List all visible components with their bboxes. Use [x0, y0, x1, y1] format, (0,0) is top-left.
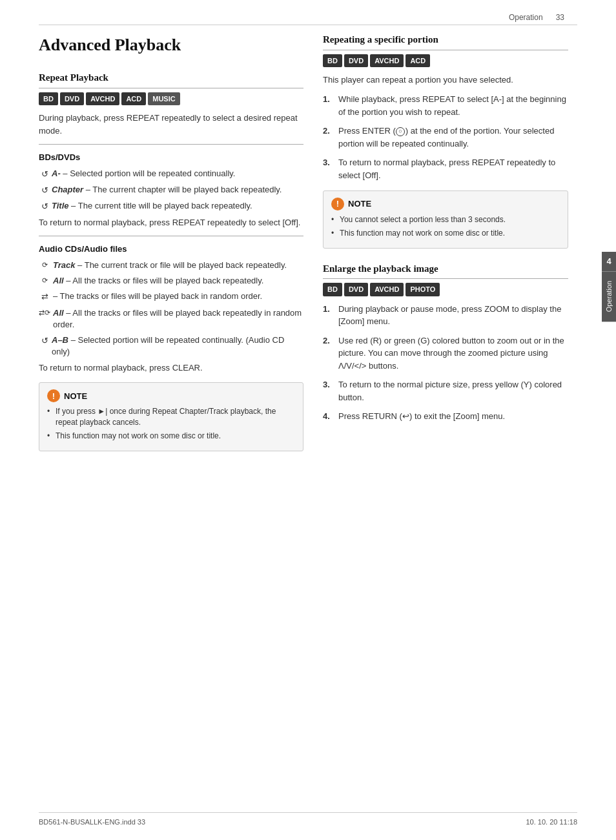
- shuffle-icon: ⇄: [39, 291, 50, 303]
- repeat-icon-title: ↺: [39, 200, 50, 212]
- main-section-title: Advanced Playback: [39, 32, 303, 57]
- side-tab-label: Operation: [602, 271, 616, 322]
- note-box-right: ! NOTE • You cannot select a portion les…: [323, 190, 568, 249]
- note-header-left: ! NOTE: [47, 389, 295, 402]
- badge-music: MUSIC: [148, 92, 180, 106]
- step-2: 2. Press ENTER (○) at the end of the por…: [323, 125, 568, 150]
- note-item-2: • This function may not work on some dis…: [47, 431, 295, 442]
- enlarge-badges: BD DVD AVCHD PHOTO: [323, 283, 568, 296]
- list-item: ↺ Title – The current title will be play…: [39, 200, 303, 212]
- shuffle-all-icon: ⇄⟳: [39, 307, 50, 318]
- repeating-specific-title: Repeating a specific portion: [323, 32, 568, 50]
- enlarge-step-4-text: Press RETURN (↩) to exit the [Zoom] menu…: [338, 410, 505, 423]
- badge-dvd-r: DVD: [344, 54, 368, 68]
- step-2-text: Press ENTER (○) at the end of the portio…: [338, 125, 568, 150]
- repeat-icon-a: ↺: [39, 168, 50, 180]
- divider-2: [39, 236, 303, 236]
- step-3-text: To return to normal playback, press REPE…: [338, 156, 568, 181]
- list-item: ⇄⟳ All – All the tracks or files will be…: [39, 307, 303, 331]
- badge-photo-e: PHOTO: [406, 283, 440, 296]
- repeating-specific-steps: 1. While playback, press REPEAT to selec…: [323, 93, 568, 181]
- page-header: Operation 33: [509, 12, 564, 23]
- left-column: Advanced Playback Repeat Playback BD DVD…: [39, 32, 303, 451]
- note-icon-left: !: [47, 389, 60, 402]
- enlarge-step-2-text: Use red (R) or green (G) colored button …: [338, 334, 568, 373]
- note-box-left: ! NOTE • If you press ►| once during Rep…: [39, 382, 303, 451]
- note-item-1: • If you press ►| once during Repeat Cha…: [47, 406, 295, 428]
- note-text-1: If you press ►| once during Repeat Chapt…: [56, 406, 295, 428]
- enlarge-title: Enlarge the playback image: [323, 261, 568, 280]
- audio-cds-footer: To return to normal playback, press CLEA…: [39, 362, 303, 374]
- enlarge-step-1: 1. During playback or pause mode, press …: [323, 303, 568, 328]
- note-item-r1: • You cannot select a portion less than …: [331, 214, 560, 225]
- footer-left: BD561-N-BUSALLK-ENG.indd 33: [39, 817, 145, 828]
- badge-dvd-e: DVD: [344, 283, 368, 296]
- note-bullet-1: •: [47, 406, 52, 417]
- bds-dvds-footer: To return to normal playback, press REPE…: [39, 216, 303, 229]
- item-text-a: A- – Selected portion will be repeated c…: [52, 168, 235, 179]
- all-icon: ⟳: [39, 275, 50, 285]
- badge-avchd-r: AVCHD: [370, 54, 404, 68]
- list-item: ↺ A- – Selected portion will be repeated…: [39, 168, 303, 180]
- item-text-track: Track – The current track or file will b…: [53, 260, 287, 271]
- side-tab-number: 4: [602, 252, 616, 271]
- step-2-num: 2.: [323, 125, 334, 138]
- enlarge-step-2: 2. Use red (R) or green (G) colored butt…: [323, 334, 568, 373]
- enlarge-step-2-num: 2.: [323, 334, 334, 347]
- note-bullet-r1: •: [331, 214, 336, 225]
- item-text-chapter: Chapter – The current chapter will be pl…: [52, 184, 282, 196]
- list-item: ⟳ Track – The current track or file will…: [39, 260, 303, 271]
- ab-icon: ↺: [39, 334, 50, 347]
- bds-dvds-header: BDs/DVDs: [39, 151, 303, 164]
- note-text-r2: This function may not work on some disc …: [340, 228, 505, 239]
- enlarge-step-4: 4. Press RETURN (↩) to exit the [Zoom] m…: [323, 410, 568, 423]
- badge-avchd-e: AVCHD: [370, 283, 404, 296]
- top-border: [39, 25, 577, 25]
- enlarge-steps: 1. During playback or pause mode, press …: [323, 303, 568, 423]
- page-footer: BD561-N-BUSALLK-ENG.indd 33 10. 10. 20 1…: [39, 812, 577, 828]
- note-text-r1: You cannot select a portion less than 3 …: [340, 214, 506, 225]
- note-header-right: ! NOTE: [331, 198, 560, 210]
- step-3-num: 3.: [323, 156, 334, 169]
- enlarge-step-1-num: 1.: [323, 303, 334, 316]
- note-bullet-r2: •: [331, 228, 336, 239]
- enlarge-step-3-text: To return to the normal picture size, pr…: [338, 378, 568, 404]
- list-item: ⟳ All – All the tracks or files will be …: [39, 275, 303, 287]
- note-label-right: NOTE: [348, 198, 371, 210]
- step-1: 1. While playback, press REPEAT to selec…: [323, 93, 568, 118]
- badge-bd: BD: [39, 92, 58, 106]
- list-item: ↺ Chapter – The current chapter will be …: [39, 184, 303, 196]
- repeat-playback-badges: BD DVD AVCHD ACD MUSIC: [39, 92, 303, 106]
- step-3: 3. To return to normal playback, press R…: [323, 156, 568, 181]
- badge-acd-r: ACD: [406, 54, 430, 68]
- header-section: Operation: [509, 12, 543, 23]
- item-text-ab: A–B – Selected portion will be repeated …: [52, 334, 303, 358]
- track-icon: ⟳: [39, 260, 50, 270]
- enlarge-step-3: 3. To return to the normal picture size,…: [323, 378, 568, 404]
- repeating-specific-badges: BD DVD AVCHD ACD: [323, 54, 568, 68]
- badge-acd: ACD: [121, 92, 146, 106]
- note-item-r2: • This function may not work on some dis…: [331, 228, 560, 239]
- repeat-playback-intro: During playback, press REPEAT repeatedly…: [39, 112, 303, 138]
- repeating-specific-intro: This player can repeat a portion you hav…: [323, 74, 568, 87]
- page-container: Operation 33 4 Operation Advanced Playba…: [0, 0, 616, 840]
- note-bullet-2: •: [47, 431, 52, 442]
- badge-bd-r: BD: [323, 54, 342, 68]
- note-text-2: This function may not work on some disc …: [56, 431, 221, 442]
- note-label-left: NOTE: [64, 390, 87, 403]
- item-text-all: All – All the tracks or files will be pl…: [53, 275, 263, 287]
- badge-avchd: AVCHD: [86, 92, 119, 106]
- list-item: ↺ A–B – Selected portion will be repeate…: [39, 334, 303, 358]
- note-icon-right: !: [331, 198, 344, 210]
- list-item: ⇄ – The tracks or files will be played b…: [39, 291, 303, 303]
- item-text-title: Title – The current title will be played…: [52, 200, 252, 212]
- enlarge-step-3-num: 3.: [323, 378, 334, 391]
- step-1-num: 1.: [323, 93, 334, 106]
- step-1-text: While playback, press REPEAT to select […: [338, 93, 568, 118]
- header-page: 33: [556, 12, 564, 23]
- right-column: Repeating a specific portion BD DVD AVCH…: [323, 32, 568, 451]
- repeat-playback-title: Repeat Playback: [39, 70, 303, 88]
- enlarge-step-4-num: 4.: [323, 410, 334, 423]
- item-text-random-all: All – All the tracks or files will be pl…: [53, 307, 303, 331]
- audio-cds-header: Audio CDs/Audio files: [39, 243, 303, 256]
